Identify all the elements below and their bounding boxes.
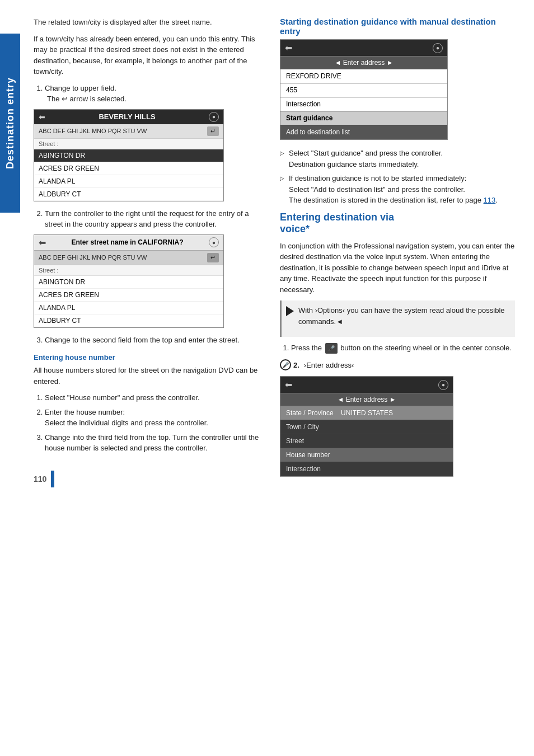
dest-bullet1: Select "Start guidance" and press the co… [280,148,515,170]
addr-row-intersection[interactable]: Intersection [280,462,453,476]
addr-settings-icon[interactable]: ● [438,380,448,390]
dest-row-455: 455 [280,83,447,97]
right-column: Starting destination guidance with manua… [280,17,515,487]
bh-field-label: Street : [34,139,223,149]
street-back-icon[interactable]: ⬅ [39,237,46,248]
step2: Turn the controller to the right until t… [45,208,269,230]
page-number: 110 [34,475,46,483]
voice-note: With ›Options‹ you can have the system r… [280,300,515,337]
street-field-label: Street : [34,265,223,276]
bh-list-item-3[interactable]: ALANDA PL [34,175,223,188]
bh-list-item-4[interactable]: ALDBURY CT [34,188,223,201]
voice-step1: Press the 🎤 button on the steering wheel… [291,342,515,354]
house-number-heading: Entering house number [34,353,269,361]
intro-para1: The related town/city is displayed after… [34,17,269,28]
addr-row-city[interactable]: Town / City [280,420,453,434]
page-bar [51,471,54,487]
dest-screen-topbar: ⬅ ● [280,40,447,56]
dest-bullet2: If destination guidance is not to be sta… [280,173,515,206]
dest-addr-bar: ◄ Enter address ► [280,56,447,69]
addr-screen-topbar: ⬅ ● [280,377,453,393]
street-title: Enter street name in CALIFORNIA? [71,238,183,246]
street-title-bar: ⬅ Enter street name in CALIFORNIA? ● [34,235,223,251]
section2-heading: Entering destination via voice* [280,212,515,235]
voice-note-text: With ›Options‹ you can have the system r… [298,305,510,327]
bh-settings-icon[interactable]: ● [209,112,219,122]
bh-title: BEVERLY HILLS [99,112,155,121]
dest-guidance-screen: ⬅ ● ◄ Enter address ► REXFORD DRIVE 455 … [280,39,448,140]
street-enter-key[interactable]: ↵ [207,253,219,262]
voice-addr-screen: ⬅ ● ◄ Enter address ► State / Province U… [280,376,453,477]
addr-back-icon[interactable]: ⬅ [285,379,292,390]
dest-row-rexford: REXFORD DRIVE [280,69,447,83]
street-settings-icon[interactable]: ● [209,237,219,247]
voice-triangle-icon [286,306,294,316]
street-list-item-2[interactable]: ACRES DR GREEN [34,289,223,302]
bh-enter-key[interactable]: ↵ [207,126,219,136]
sidebar-label: Destination entry [0,34,20,213]
street-keyboard: ABC DEF GHI JKL MNO PQR STU VW ↵ [34,251,223,265]
page-number-area: 110 [34,471,269,487]
mic-icon: 🎤 [325,343,338,354]
bh-title-bar: ⬅ BEVERLY HILLS ● [34,110,223,124]
section1-heading: Starting destination guidance with manua… [280,17,515,36]
step3: Change to the second field from the top … [45,335,269,346]
street-widget: ⬅ Enter street name in CALIFORNIA? ● ABC… [34,234,224,328]
voice-step2-text: ›Enter address‹ [304,361,354,369]
addr-row-house[interactable]: House number [280,448,453,462]
voice-para: In conjunction with the Professional nav… [280,241,515,295]
house-step3: Change into the third field from the top… [45,432,269,454]
dest-settings-icon[interactable]: ● [433,43,443,53]
voice-step2-row: 🎤 2. ›Enter address‹ [280,359,515,370]
voice-step2-num: 2. [293,361,299,369]
house-para: All house numbers stored for the street … [34,365,269,387]
bh-keyboard: ABC DEF GHI JKL MNO PQR STU VW ↵ [34,124,223,139]
addr-enter-bar: ◄ Enter address ► [280,393,453,406]
dest-row-add-dest[interactable]: Add to destination list [280,125,447,139]
step1: Change to upper field. The ↩ arrow is se… [45,83,269,105]
addr-row-state[interactable]: State / Province UNITED STATES [280,406,453,420]
intro-para2: If a town/city has already been entered,… [34,34,269,77]
step1-sub: The ↩ arrow is selected. [45,95,127,103]
street-list-item-3[interactable]: ALANDA PL [34,302,223,314]
house-step2: Enter the house number:Select the indivi… [45,407,269,429]
voice-step2-icon: 🎤 [280,359,291,370]
street-list-item-4[interactable]: ALDBURY CT [34,314,223,327]
dest-row-start-guidance[interactable]: Start guidance [280,111,447,125]
addr-row-street[interactable]: Street [280,434,453,448]
beverly-hills-widget: ⬅ BEVERLY HILLS ● ABC DEF GHI JKL MNO PQ… [34,109,224,201]
dest-row-intersection: Intersection [280,97,447,111]
left-column: The related town/city is displayed after… [34,17,269,487]
house-step1: Select "House number" and press the cont… [45,392,269,403]
dest-bullet-list: Select "Start guidance" and press the co… [280,148,515,206]
bh-list-item-1[interactable]: ABINGTON DR [34,149,223,162]
page-ref-113[interactable]: 113 [484,196,496,204]
bh-list-item-2[interactable]: ACRES DR GREEN [34,162,223,175]
dest-back-icon[interactable]: ⬅ [285,43,292,53]
street-list-item-1[interactable]: ABINGTON DR [34,276,223,289]
bh-back-icon[interactable]: ⬅ [39,112,45,121]
